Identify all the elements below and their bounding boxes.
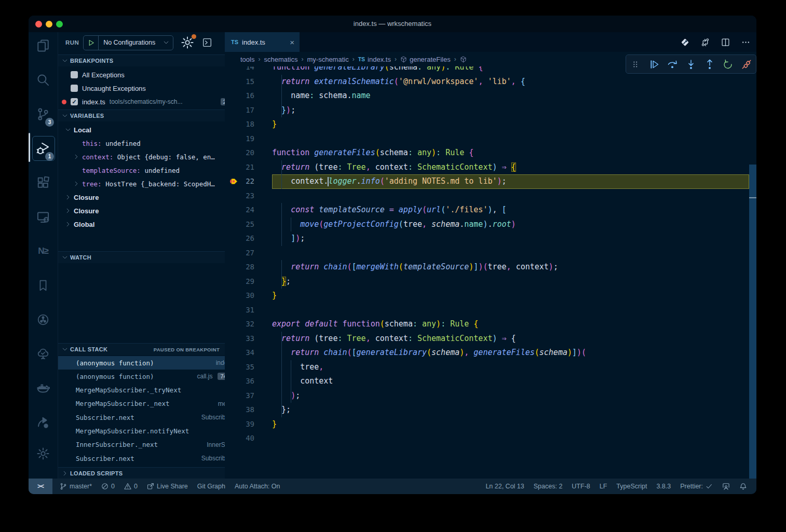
activity-item-bookmarks[interactable] bbox=[29, 272, 58, 299]
code-line-38[interactable]: 38 }; bbox=[225, 403, 756, 417]
status-indentation[interactable]: Spaces: 2 bbox=[534, 483, 563, 490]
variable-row[interactable]: this: undefined bbox=[58, 137, 240, 150]
code-line-22[interactable]: 22 context.logger.info('adding NOTES.md … bbox=[225, 174, 756, 189]
start-debugging-icon[interactable] bbox=[84, 36, 99, 50]
breakpoint-checkbox[interactable] bbox=[71, 85, 78, 92]
callstack-frame[interactable]: Subscriber.nextSubscriber.ts bbox=[58, 411, 242, 424]
status-warnings[interactable]: 0 bbox=[124, 483, 138, 490]
section-header-breakpoints[interactable]: BREAKPOINTS bbox=[58, 54, 225, 66]
activity-item-source-control[interactable]: 3 bbox=[29, 101, 58, 128]
status-git-branch[interactable]: master* bbox=[60, 483, 92, 490]
code-line-27[interactable]: 27 bbox=[225, 246, 756, 261]
variable-row[interactable]: Global bbox=[58, 217, 232, 231]
callstack-frame[interactable]: MergeMapSubscriber.notifyNext... bbox=[58, 425, 242, 438]
chevron-down-icon[interactable] bbox=[65, 127, 71, 132]
activity-item-project-share[interactable] bbox=[29, 409, 58, 436]
code-line-21[interactable]: 21 return (tree: Tree, context: Schemati… bbox=[225, 160, 756, 175]
code-line-28[interactable]: 28 return chain([mergeWith(templateSourc… bbox=[225, 260, 756, 275]
code-line-37[interactable]: 37 ); bbox=[225, 389, 756, 403]
status-cursor-position[interactable]: Ln 22, Col 13 bbox=[485, 483, 524, 490]
editor-scrollbar[interactable] bbox=[749, 66, 756, 479]
code-line-25[interactable]: 25 move(getProjectConfig(tree, schema.na… bbox=[225, 217, 756, 232]
close-tab-icon[interactable]: × bbox=[290, 38, 294, 47]
chevron-right-icon[interactable] bbox=[74, 181, 79, 186]
continue-button[interactable] bbox=[646, 57, 662, 72]
scrollbar-thumb[interactable] bbox=[749, 165, 756, 479]
variable-row[interactable]: templateSource: undefined bbox=[58, 163, 240, 177]
code-line-20[interactable]: 20function generateFiles(schema: any): R… bbox=[225, 146, 756, 160]
section-header-call-stack[interactable]: CALL STACKPAUSED ON BREAKPOINT bbox=[58, 343, 225, 355]
code-line-33[interactable]: 33 return (tree: Tree, context: Schemati… bbox=[225, 332, 756, 346]
restart-button[interactable] bbox=[720, 57, 736, 72]
status-notifications[interactable] bbox=[739, 483, 747, 490]
breadcrumb-item[interactable]: tools bbox=[240, 56, 254, 63]
breakpoint-row[interactable]: All Exceptions bbox=[58, 68, 237, 81]
variable-row[interactable]: Closure bbox=[58, 190, 232, 204]
code-line-19[interactable]: 19 bbox=[225, 132, 756, 146]
open-debug-console-icon[interactable] bbox=[202, 38, 212, 47]
code-line-17[interactable]: 17 }); bbox=[225, 103, 756, 118]
variable-row[interactable]: Local bbox=[58, 123, 232, 137]
variable-row[interactable]: context: Object {debug: false, en… bbox=[58, 150, 240, 163]
chevron-right-icon[interactable] bbox=[65, 208, 71, 213]
activity-item-test-explorer[interactable] bbox=[29, 340, 58, 367]
status-prettier[interactable]: Prettier: bbox=[680, 483, 713, 490]
code-line-40[interactable]: 40 bbox=[225, 431, 756, 446]
activity-item-run-and-debug[interactable]: 1 bbox=[29, 135, 58, 162]
breadcrumb-item[interactable]: generateFiles bbox=[400, 56, 451, 63]
callstack-frame[interactable]: InnerSubscriber._nextInnerSub... bbox=[58, 438, 242, 452]
code-line-16[interactable]: 16 name: schema.name bbox=[225, 89, 756, 103]
disconnect-button[interactable] bbox=[739, 57, 754, 72]
status-encoding[interactable]: UTF-8 bbox=[572, 483, 590, 490]
status-ts-version[interactable]: 3.8.3 bbox=[656, 483, 671, 490]
code-viewport[interactable]: 14function generateLibrary(schema: any):… bbox=[225, 66, 756, 479]
callstack-frame[interactable]: MergeMapSubscriber._nextmerg... bbox=[58, 397, 242, 411]
split-editor-icon[interactable] bbox=[721, 38, 730, 47]
code-line-36[interactable]: 36 context bbox=[225, 374, 756, 389]
breakpoint-row[interactable]: ✓index.tstools/schematics/my-sch...22 bbox=[58, 95, 237, 108]
status-auto-attach[interactable]: Auto Attach: On bbox=[235, 483, 280, 490]
code-line-30[interactable]: 30} bbox=[225, 289, 756, 303]
chevron-right-icon[interactable] bbox=[74, 154, 79, 159]
activity-item-git-history[interactable] bbox=[29, 306, 58, 333]
status-feedback[interactable] bbox=[722, 483, 730, 490]
chevron-right-icon[interactable] bbox=[65, 195, 71, 200]
code-line-35[interactable]: 35 tree, bbox=[225, 360, 756, 375]
configure-gear-icon[interactable] bbox=[181, 36, 194, 49]
breadcrumb-item[interactable]: my-schematic bbox=[307, 56, 349, 63]
remote-indicator[interactable]: >< bbox=[29, 479, 52, 494]
status-git-graph[interactable]: Git Graph bbox=[197, 483, 225, 490]
code-line-34[interactable]: 34 return chain([generateLibrary(schema)… bbox=[225, 346, 756, 360]
breakpoint-checkbox[interactable]: ✓ bbox=[71, 98, 78, 105]
code-line-18[interactable]: 18} bbox=[225, 117, 756, 132]
breakpoint-checkbox[interactable] bbox=[71, 71, 78, 78]
git-compare-icon[interactable] bbox=[701, 38, 710, 47]
status-errors[interactable]: 0 bbox=[101, 483, 115, 490]
code-line-29[interactable]: 29 }; bbox=[225, 275, 756, 289]
drag-handle-button[interactable] bbox=[628, 57, 643, 72]
activity-item-docker[interactable] bbox=[29, 375, 58, 402]
breadcrumb-item[interactable] bbox=[460, 56, 469, 63]
breakpoint-row[interactable]: Uncaught Exceptions bbox=[58, 81, 237, 95]
ellipsis-icon[interactable] bbox=[741, 38, 750, 47]
diff-diamond-icon[interactable] bbox=[681, 38, 689, 47]
section-header-variables[interactable]: VARIABLES bbox=[58, 110, 225, 121]
activity-item-search[interactable] bbox=[29, 66, 58, 93]
callstack-frame[interactable]: (anonymous function)call.js74:24 bbox=[58, 370, 242, 383]
code-line-15[interactable]: 15 return externalSchematic('@nrwl/works… bbox=[225, 75, 756, 89]
code-line-32[interactable]: 32export default function(schema: any): … bbox=[225, 317, 756, 332]
code-line-26[interactable]: 26 ]); bbox=[225, 231, 756, 246]
section-header-watch[interactable]: WATCH bbox=[58, 251, 225, 263]
variable-row[interactable]: Closure bbox=[58, 204, 232, 217]
breadcrumb-item[interactable]: TSindex.ts bbox=[358, 56, 391, 63]
chevron-right-icon[interactable] bbox=[65, 222, 71, 227]
callstack-frame[interactable]: Subscriber.nextSubscriber.ts bbox=[58, 452, 242, 465]
manage-button[interactable] bbox=[29, 440, 58, 467]
code-line-31[interactable]: 31 bbox=[225, 303, 756, 318]
step-over-button[interactable] bbox=[665, 57, 680, 72]
activity-item-explorer[interactable] bbox=[29, 32, 58, 59]
launch-configuration-dropdown[interactable]: No Configurations bbox=[83, 35, 173, 50]
step-into-button[interactable] bbox=[683, 57, 699, 72]
callstack-frame[interactable]: MergeMapSubscriber._tryNextm... bbox=[58, 384, 242, 397]
breadcrumb-item[interactable]: schematics bbox=[264, 56, 297, 63]
